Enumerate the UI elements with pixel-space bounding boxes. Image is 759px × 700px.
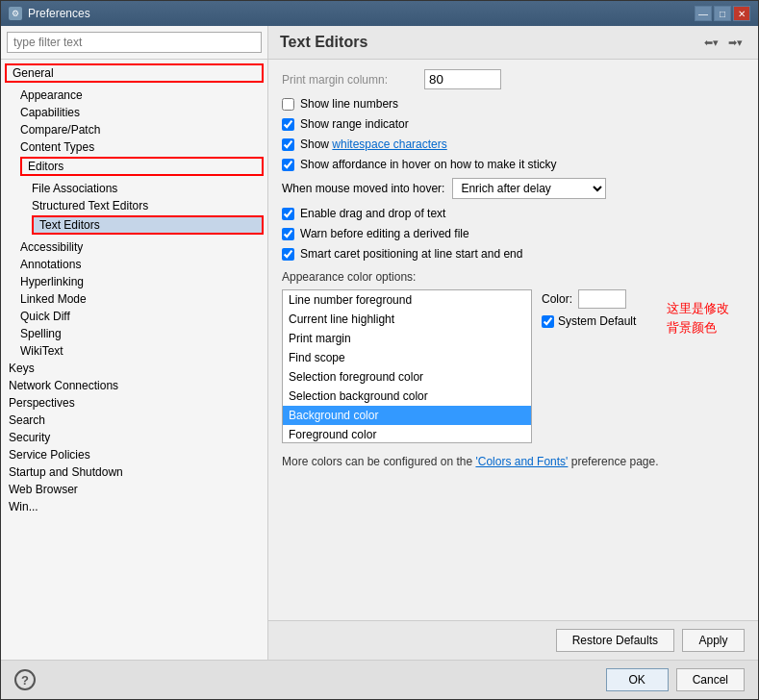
right-panel: Text Editors ⬅▾ ➡▾ Print margin column: … xyxy=(268,26,758,660)
titlebar-left: ⚙ Preferences xyxy=(9,7,90,20)
sidebar-item-appearance[interactable]: Appearance xyxy=(1,87,267,104)
color-label: Color: xyxy=(542,292,572,306)
window-icon: ⚙ xyxy=(9,7,22,20)
sidebar-item-web-browser[interactable]: Web Browser xyxy=(1,481,267,498)
apply-button[interactable]: Apply xyxy=(682,629,745,652)
color-item-selection-fg[interactable]: Selection foreground color xyxy=(283,367,531,387)
print-margin-label: Print margin column: xyxy=(282,73,417,87)
sidebar-item-accessibility[interactable]: Accessibility xyxy=(1,238,267,256)
sidebar-item-linked-mode[interactable]: Linked Mode xyxy=(1,290,267,308)
sidebar-item-wikitext[interactable]: WikiText xyxy=(1,342,267,360)
window-title: Preferences xyxy=(28,7,90,20)
tree-container: General Appearance Capabilities Compare/… xyxy=(1,60,267,660)
titlebar-buttons: — □ ✕ xyxy=(695,6,750,21)
appearance-label: Appearance color options: xyxy=(282,270,745,284)
cancel-button[interactable]: Cancel xyxy=(676,668,745,691)
checkbox-enable-drag-drop-input[interactable] xyxy=(282,208,294,220)
color-list-box[interactable]: Line number foreground Current line high… xyxy=(282,289,532,443)
sidebar-item-editors[interactable]: Editors xyxy=(20,157,264,176)
sidebar-item-keys[interactable]: Keys xyxy=(1,360,267,377)
sidebar-item-perspectives[interactable]: Perspectives xyxy=(1,394,267,412)
checkbox-show-line-numbers-label: Show line numbers xyxy=(300,97,398,111)
color-item-selection-bg[interactable]: Selection background color xyxy=(283,387,531,406)
checkbox-smart-caret: Smart caret positioning at line start an… xyxy=(282,247,745,261)
system-default-row: System Default xyxy=(542,314,657,328)
color-item-current-line-highlight[interactable]: Current line highlight xyxy=(283,310,531,329)
system-default-label: System Default xyxy=(558,314,636,328)
checkbox-warn-editing: Warn before editing a derived file xyxy=(282,227,745,240)
titlebar: ⚙ Preferences — □ ✕ xyxy=(1,1,758,26)
sidebar-item-startup-and-shutdown[interactable]: Startup and Shutdown xyxy=(1,463,267,481)
chinese-note-container: 这里是修改背景颜色 xyxy=(667,289,729,337)
colors-and-fonts-link[interactable]: 'Colors and Fonts' xyxy=(475,455,568,468)
checkbox-smart-caret-label: Smart caret positioning at line start an… xyxy=(300,247,522,261)
sidebar-item-annotations[interactable]: Annotations xyxy=(1,256,267,273)
panel-footer: Restore Defaults Apply xyxy=(268,620,758,660)
sidebar: General Appearance Capabilities Compare/… xyxy=(1,26,268,660)
checkbox-show-affordance-label: Show affordance in hover on how to make … xyxy=(300,158,557,171)
checkbox-show-affordance-input[interactable] xyxy=(282,159,294,171)
color-item-find-scope[interactable]: Find scope xyxy=(283,348,531,367)
color-options-section: Line number foreground Current line high… xyxy=(282,289,745,443)
color-item-print-margin[interactable]: Print margin xyxy=(283,329,531,348)
checkbox-enable-drag-drop-label: Enable drag and drop of text xyxy=(300,207,445,220)
sidebar-item-service-policies[interactable]: Service Policies xyxy=(1,446,267,463)
color-item-foreground-color[interactable]: Foreground color xyxy=(283,425,531,443)
color-item-background-color[interactable]: Background color xyxy=(283,406,531,425)
main-content: General Appearance Capabilities Compare/… xyxy=(1,26,758,660)
color-row: Color: xyxy=(542,289,657,309)
sidebar-item-hyperlinking[interactable]: Hyperlinking xyxy=(1,273,267,290)
checkbox-show-whitespace-input[interactable] xyxy=(282,138,294,151)
sidebar-item-quick-diff[interactable]: Quick Diff xyxy=(1,308,267,325)
sidebar-item-win[interactable]: Win... xyxy=(1,498,267,515)
checkbox-warn-editing-input[interactable] xyxy=(282,228,294,240)
search-box xyxy=(1,26,267,60)
sidebar-item-structured-text-editors[interactable]: Structured Text Editors xyxy=(1,197,267,214)
print-margin-row: Print margin column: xyxy=(282,69,745,89)
sidebar-item-content-types[interactable]: Content Types xyxy=(1,138,267,156)
checkbox-show-line-numbers: Show line numbers xyxy=(282,97,745,111)
checkbox-smart-caret-input[interactable] xyxy=(282,248,294,261)
hover-label: When mouse moved into hover: xyxy=(282,182,444,195)
sidebar-item-spelling[interactable]: Spelling xyxy=(1,325,267,342)
checkbox-show-whitespace-label: Show whitespace characters xyxy=(300,138,447,151)
checkbox-show-range-indicator-label: Show range indicator xyxy=(300,117,409,131)
hover-row: When mouse moved into hover: Enrich afte… xyxy=(282,178,745,199)
panel-body: Print margin column: Show line numbers S… xyxy=(268,60,758,620)
sidebar-item-general[interactable]: General xyxy=(5,63,264,83)
close-button[interactable]: ✕ xyxy=(733,6,750,21)
system-default-checkbox[interactable] xyxy=(542,315,554,328)
maximize-button[interactable]: □ xyxy=(714,6,731,21)
color-item-line-number-fg[interactable]: Line number foreground xyxy=(283,290,531,310)
checkbox-show-whitespace: Show whitespace characters xyxy=(282,138,745,151)
more-colors-suffix: preference page. xyxy=(568,455,658,468)
minimize-button[interactable]: — xyxy=(695,6,712,21)
more-colors-text: More colors can be configured on the 'Co… xyxy=(282,453,745,470)
nav-back-arrow[interactable]: ⬅▾ xyxy=(700,35,722,51)
more-colors-prefix: More colors can be configured on the xyxy=(282,455,475,468)
restore-defaults-button[interactable]: Restore Defaults xyxy=(556,629,674,652)
nav-forward-arrow[interactable]: ➡▾ xyxy=(724,35,746,51)
color-right-panel: Color: System Default xyxy=(542,289,657,328)
sidebar-item-network-connections[interactable]: Network Connections xyxy=(1,377,267,394)
checkbox-show-affordance: Show affordance in hover on how to make … xyxy=(282,158,745,171)
sidebar-item-security[interactable]: Security xyxy=(1,429,267,446)
whitespace-link[interactable]: whitespace characters xyxy=(332,138,446,151)
print-margin-input[interactable] xyxy=(424,69,501,89)
sidebar-item-capabilities[interactable]: Capabilities xyxy=(1,104,267,121)
sidebar-item-compare-patch[interactable]: Compare/Patch xyxy=(1,121,267,138)
panel-header: Text Editors ⬅▾ ➡▾ xyxy=(268,26,758,60)
search-input[interactable] xyxy=(7,32,262,53)
color-swatch[interactable] xyxy=(578,289,626,309)
sidebar-item-search[interactable]: Search xyxy=(1,412,267,429)
nav-arrows: ⬅▾ ➡▾ xyxy=(700,35,746,51)
checkbox-show-line-numbers-input[interactable] xyxy=(282,98,294,111)
sidebar-item-file-associations[interactable]: File Associations xyxy=(1,180,267,197)
chinese-note: 这里是修改背景颜色 xyxy=(667,299,729,337)
help-button[interactable]: ? xyxy=(14,669,36,690)
hover-dropdown[interactable]: Enrich after delay Enrich immediately Ne… xyxy=(452,178,606,199)
checkbox-show-range-indicator-input[interactable] xyxy=(282,118,294,131)
sidebar-item-text-editors[interactable]: Text Editors xyxy=(32,215,264,235)
checkbox-enable-drag-drop: Enable drag and drop of text xyxy=(282,207,745,220)
ok-button[interactable]: OK xyxy=(606,668,669,691)
